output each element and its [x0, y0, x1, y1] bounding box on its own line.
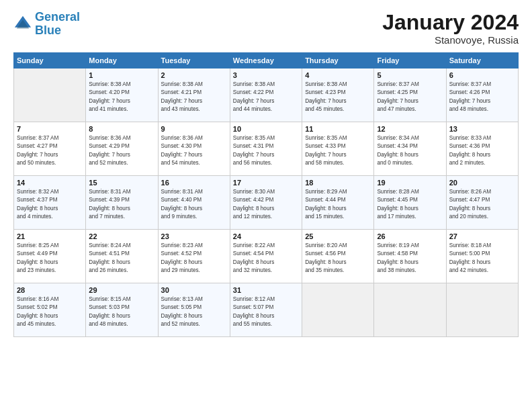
day-info: Sunrise: 8:25 AM Sunset: 4:49 PM Dayligh… [17, 242, 83, 275]
logo: General Blue [13, 11, 80, 38]
calendar-cell: 14Sunrise: 8:32 AM Sunset: 4:37 PM Dayli… [14, 176, 86, 230]
day-info: Sunrise: 8:34 AM Sunset: 4:34 PM Dayligh… [377, 134, 443, 167]
day-number: 6 [449, 71, 515, 79]
day-number: 11 [305, 125, 371, 133]
calendar-cell: 23Sunrise: 8:23 AM Sunset: 4:52 PM Dayli… [158, 230, 230, 283]
day-number: 31 [233, 286, 299, 294]
calendar-cell: 26Sunrise: 8:19 AM Sunset: 4:58 PM Dayli… [374, 230, 446, 283]
day-number: 23 [161, 232, 227, 240]
col-header-wednesday: Wednesday [230, 53, 302, 68]
calendar-cell: 8Sunrise: 8:36 AM Sunset: 4:29 PM Daylig… [86, 122, 158, 176]
calendar-cell: 7Sunrise: 8:37 AM Sunset: 4:27 PM Daylig… [14, 122, 86, 176]
calendar-cell: 22Sunrise: 8:24 AM Sunset: 4:51 PM Dayli… [86, 230, 158, 283]
page: General Blue January 2024 Stanovoye, Rus… [0, 0, 532, 411]
calendar-table: SundayMondayTuesdayWednesdayThursdayFrid… [13, 52, 519, 337]
title-block: January 2024 Stanovoye, Russia [382, 11, 519, 46]
logo-text: General Blue [35, 11, 80, 38]
day-number: 9 [161, 125, 227, 133]
calendar-cell: 31Sunrise: 8:12 AM Sunset: 5:07 PM Dayli… [230, 283, 302, 337]
day-number: 17 [233, 179, 299, 187]
day-number: 25 [305, 232, 371, 240]
calendar-week-1: 1Sunrise: 8:38 AM Sunset: 4:20 PM Daylig… [14, 68, 519, 122]
day-info: Sunrise: 8:15 AM Sunset: 5:03 PM Dayligh… [89, 295, 154, 328]
day-number: 3 [233, 71, 299, 79]
calendar-cell: 20Sunrise: 8:26 AM Sunset: 4:47 PM Dayli… [446, 176, 518, 230]
col-header-thursday: Thursday [302, 53, 374, 68]
day-info: Sunrise: 8:35 AM Sunset: 4:33 PM Dayligh… [305, 134, 371, 167]
day-info: Sunrise: 8:30 AM Sunset: 4:42 PM Dayligh… [233, 188, 299, 221]
calendar-cell [446, 283, 518, 337]
day-info: Sunrise: 8:22 AM Sunset: 4:54 PM Dayligh… [233, 242, 299, 275]
day-info: Sunrise: 8:38 AM Sunset: 4:21 PM Dayligh… [161, 81, 227, 113]
day-number: 22 [89, 232, 154, 240]
calendar-cell: 25Sunrise: 8:20 AM Sunset: 4:56 PM Dayli… [302, 230, 374, 283]
day-info: Sunrise: 8:19 AM Sunset: 4:58 PM Dayligh… [377, 242, 443, 275]
day-number: 18 [305, 179, 371, 187]
calendar-week-5: 28Sunrise: 8:16 AM Sunset: 5:02 PM Dayli… [14, 283, 519, 337]
calendar-cell: 6Sunrise: 8:37 AM Sunset: 4:26 PM Daylig… [446, 68, 518, 122]
calendar-week-4: 21Sunrise: 8:25 AM Sunset: 4:49 PM Dayli… [14, 230, 519, 283]
col-header-saturday: Saturday [446, 53, 518, 68]
calendar-cell: 1Sunrise: 8:38 AM Sunset: 4:20 PM Daylig… [86, 68, 158, 122]
calendar-cell [302, 283, 374, 337]
day-number: 15 [89, 179, 154, 187]
col-header-friday: Friday [374, 53, 446, 68]
day-number: 19 [377, 179, 443, 187]
day-number: 30 [161, 286, 227, 294]
calendar-cell: 10Sunrise: 8:35 AM Sunset: 4:31 PM Dayli… [230, 122, 302, 176]
day-number: 24 [233, 232, 299, 240]
day-number: 12 [377, 125, 443, 133]
logo-line2: Blue [35, 24, 61, 37]
day-info: Sunrise: 8:23 AM Sunset: 4:52 PM Dayligh… [161, 242, 227, 275]
calendar-cell [374, 283, 446, 337]
day-info: Sunrise: 8:28 AM Sunset: 4:45 PM Dayligh… [377, 188, 443, 221]
day-number: 21 [17, 232, 83, 240]
calendar-week-2: 7Sunrise: 8:37 AM Sunset: 4:27 PM Daylig… [14, 122, 519, 176]
day-info: Sunrise: 8:18 AM Sunset: 5:00 PM Dayligh… [449, 242, 515, 275]
location-subtitle: Stanovoye, Russia [382, 34, 519, 46]
day-info: Sunrise: 8:37 AM Sunset: 4:27 PM Dayligh… [17, 134, 83, 167]
calendar-cell: 13Sunrise: 8:33 AM Sunset: 4:36 PM Dayli… [446, 122, 518, 176]
calendar-cell: 16Sunrise: 8:31 AM Sunset: 4:40 PM Dayli… [158, 176, 230, 230]
day-number: 8 [89, 125, 154, 133]
day-info: Sunrise: 8:35 AM Sunset: 4:31 PM Dayligh… [233, 134, 299, 167]
day-info: Sunrise: 8:38 AM Sunset: 4:20 PM Dayligh… [89, 81, 154, 113]
day-info: Sunrise: 8:29 AM Sunset: 4:44 PM Dayligh… [305, 188, 371, 221]
header: General Blue January 2024 Stanovoye, Rus… [13, 11, 519, 46]
calendar-cell: 15Sunrise: 8:31 AM Sunset: 4:39 PM Dayli… [86, 176, 158, 230]
day-info: Sunrise: 8:37 AM Sunset: 4:25 PM Dayligh… [377, 81, 443, 113]
calendar-cell: 3Sunrise: 8:38 AM Sunset: 4:22 PM Daylig… [230, 68, 302, 122]
day-number: 13 [449, 125, 515, 133]
day-info: Sunrise: 8:33 AM Sunset: 4:36 PM Dayligh… [449, 134, 515, 167]
day-info: Sunrise: 8:32 AM Sunset: 4:37 PM Dayligh… [17, 188, 83, 221]
calendar-cell: 11Sunrise: 8:35 AM Sunset: 4:33 PM Dayli… [302, 122, 374, 176]
day-info: Sunrise: 8:24 AM Sunset: 4:51 PM Dayligh… [89, 242, 154, 275]
calendar-cell: 5Sunrise: 8:37 AM Sunset: 4:25 PM Daylig… [374, 68, 446, 122]
day-info: Sunrise: 8:36 AM Sunset: 4:30 PM Dayligh… [161, 134, 227, 167]
day-number: 27 [449, 232, 515, 240]
month-title: January 2024 [382, 11, 519, 34]
calendar-cell: 29Sunrise: 8:15 AM Sunset: 5:03 PM Dayli… [86, 283, 158, 337]
day-info: Sunrise: 8:36 AM Sunset: 4:29 PM Dayligh… [89, 134, 154, 167]
day-number: 7 [17, 125, 83, 133]
day-info: Sunrise: 8:31 AM Sunset: 4:40 PM Dayligh… [161, 188, 227, 221]
day-info: Sunrise: 8:38 AM Sunset: 4:22 PM Dayligh… [233, 81, 299, 113]
col-header-monday: Monday [86, 53, 158, 68]
day-number: 1 [89, 71, 154, 79]
calendar-cell: 18Sunrise: 8:29 AM Sunset: 4:44 PM Dayli… [302, 176, 374, 230]
day-number: 20 [449, 179, 515, 187]
logo-icon [13, 15, 32, 34]
calendar-cell: 12Sunrise: 8:34 AM Sunset: 4:34 PM Dayli… [374, 122, 446, 176]
calendar-header-row: SundayMondayTuesdayWednesdayThursdayFrid… [14, 53, 519, 68]
day-number: 28 [17, 286, 83, 294]
day-number: 16 [161, 179, 227, 187]
day-info: Sunrise: 8:16 AM Sunset: 5:02 PM Dayligh… [17, 295, 83, 328]
calendar-cell: 28Sunrise: 8:16 AM Sunset: 5:02 PM Dayli… [14, 283, 86, 337]
calendar-cell: 9Sunrise: 8:36 AM Sunset: 4:30 PM Daylig… [158, 122, 230, 176]
day-number: 4 [305, 71, 371, 79]
day-info: Sunrise: 8:26 AM Sunset: 4:47 PM Dayligh… [449, 188, 515, 221]
day-info: Sunrise: 8:37 AM Sunset: 4:26 PM Dayligh… [449, 81, 515, 113]
calendar-week-3: 14Sunrise: 8:32 AM Sunset: 4:37 PM Dayli… [14, 176, 519, 230]
calendar-cell: 21Sunrise: 8:25 AM Sunset: 4:49 PM Dayli… [14, 230, 86, 283]
calendar-cell: 4Sunrise: 8:38 AM Sunset: 4:23 PM Daylig… [302, 68, 374, 122]
